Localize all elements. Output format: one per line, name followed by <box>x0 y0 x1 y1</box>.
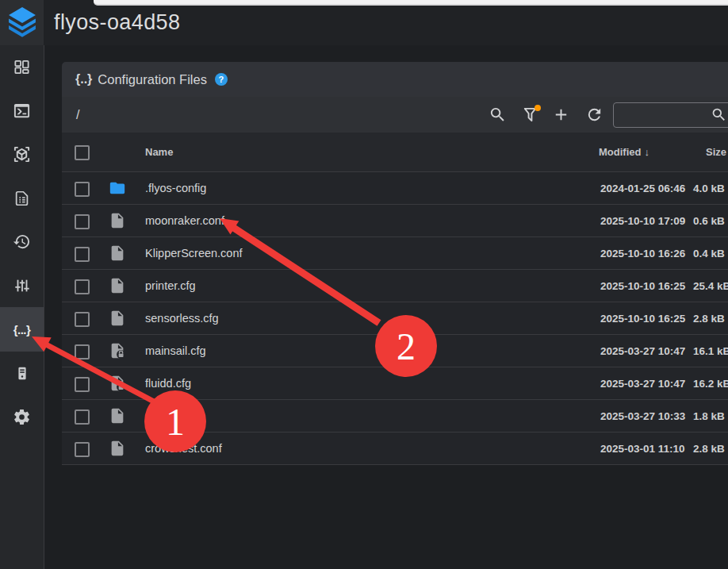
machine-icon <box>13 364 31 383</box>
panel-header: {..} Configuration Files ? <box>62 62 728 97</box>
top-app-bar: flyos-oa4d58 <box>0 0 728 45</box>
row-checkbox[interactable] <box>75 182 90 197</box>
sidebar-item-machine[interactable] <box>0 352 44 395</box>
row-checkbox[interactable] <box>75 214 90 229</box>
tune-icon <box>13 277 31 294</box>
file-toolbar: / <box>62 97 728 133</box>
file-list-icon <box>13 190 31 207</box>
sidebar-item-dashboard[interactable] <box>0 45 44 89</box>
row-checkbox[interactable] <box>75 344 90 359</box>
file-icon <box>109 212 126 229</box>
row-checkbox[interactable] <box>75 409 90 425</box>
braces-icon: {..} <box>75 72 92 87</box>
breadcrumb-path[interactable]: / <box>76 97 79 133</box>
help-icon[interactable]: ? <box>215 73 228 86</box>
sidebar: {...} <box>0 45 44 569</box>
sidebar-item-console[interactable] <box>0 89 44 133</box>
folder-icon <box>109 179 126 197</box>
table-header-row: Name Modified ↓ Size <box>62 133 728 172</box>
table-row[interactable]: crowsnest.conf 2025-03-01 11:10 2.8 kB <box>62 433 728 465</box>
row-checkbox[interactable] <box>75 312 90 327</box>
table-row[interactable]: .flyos-config 2024-01-25 06:46 4.0 kB <box>62 172 728 205</box>
select-all-checkbox[interactable] <box>75 145 90 160</box>
file-icon <box>109 407 126 425</box>
table-row[interactable]: KlipperScreen.conf 2025-10-10 16:26 0.4 … <box>62 237 728 270</box>
gear-icon <box>13 408 31 426</box>
column-header-name[interactable]: Name <box>145 133 173 171</box>
file-icon <box>109 277 126 294</box>
app-logo[interactable] <box>0 0 44 45</box>
file-icon <box>109 244 126 262</box>
column-header-size[interactable]: Size <box>706 133 726 171</box>
search-field-icon <box>711 106 727 123</box>
filter-active-badge <box>535 105 541 111</box>
config-files-icon: {...} <box>13 323 31 336</box>
column-header-modified[interactable]: Modified ↓ <box>599 133 649 171</box>
sidebar-item-config-files[interactable]: {...} <box>0 307 44 352</box>
sidebar-item-history[interactable] <box>0 220 44 263</box>
row-checkbox[interactable] <box>75 247 90 262</box>
table-row[interactable]: printer.cfg 2025-10-10 16:25 25.4 kB <box>62 270 728 302</box>
layers-logo-icon <box>7 7 37 39</box>
row-checkbox[interactable] <box>75 279 90 294</box>
sort-desc-icon: ↓ <box>644 146 649 158</box>
console-icon <box>13 102 31 120</box>
row-checkbox[interactable] <box>75 442 90 457</box>
table-row[interactable]: fluidd.cfg 2025-03-27 10:47 16.2 kB <box>62 367 728 400</box>
row-checkbox[interactable] <box>75 377 90 392</box>
file-table-body: .flyos-config 2024-01-25 06:46 4.0 kB mo… <box>62 172 728 465</box>
sidebar-item-settings[interactable] <box>0 395 44 439</box>
file-lock-icon <box>109 375 126 392</box>
file-lock-icon <box>109 342 126 359</box>
browser-edge-strip <box>94 0 728 6</box>
search-icon[interactable] <box>489 106 507 124</box>
history-icon <box>13 233 31 251</box>
page-title: flyos-oa4d58 <box>54 0 180 45</box>
table-row[interactable]: sensorless.cfg 2025-10-10 16:25 2.8 kB <box>62 302 728 335</box>
dashboard-icon <box>13 58 31 76</box>
refresh-icon[interactable] <box>585 106 603 124</box>
table-row[interactable]: 2025-03-27 10:33 1.8 kB <box>62 400 728 433</box>
table-row[interactable]: mainsail.cfg 2025-03-27 10:47 16.1 kB <box>62 335 728 367</box>
panel-title: Configuration Files <box>98 72 207 87</box>
file-icon <box>109 309 126 327</box>
sidebar-item-tune[interactable] <box>0 263 44 307</box>
add-icon[interactable] <box>552 106 570 124</box>
config-files-panel: {..} Configuration Files ? / Name Modifi… <box>62 62 728 465</box>
file-icon <box>109 440 126 457</box>
sidebar-item-gcode-preview[interactable] <box>0 133 44 176</box>
table-row[interactable]: moonraker.conf 2025-10-10 17:09 0.6 kB <box>62 205 728 237</box>
cube-scan-icon <box>13 145 31 163</box>
sidebar-item-gcode-files[interactable] <box>0 176 44 220</box>
